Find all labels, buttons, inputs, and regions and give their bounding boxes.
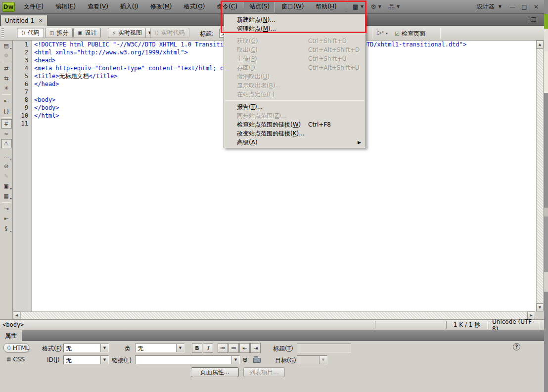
target-label: 目标(G) xyxy=(275,356,296,365)
bold-button[interactable]: B xyxy=(192,343,202,353)
line-number: 3 xyxy=(13,56,31,64)
tab-close-icon[interactable]: × xyxy=(38,17,43,24)
code-view-icon: ⟨⟩ xyxy=(21,30,25,36)
menu-item-reports[interactable]: 报告(T)... xyxy=(224,102,365,111)
code-view-button[interactable]: ⟨⟩ 代码 xyxy=(17,28,44,38)
title-field-label: 标题: xyxy=(200,30,214,38)
highlight-invalid-code-icon[interactable]: ≈ xyxy=(1,129,12,138)
menubar-item-view[interactable]: 查看(V) xyxy=(82,1,114,12)
remove-comment-icon[interactable]: ⊘ xyxy=(1,162,12,171)
line-number: 6 xyxy=(13,80,31,88)
tag-selector-body[interactable]: <body> xyxy=(2,321,24,328)
toolbar-grip-handle[interactable] xyxy=(1,28,4,38)
italic-button[interactable]: I xyxy=(203,343,213,353)
unordered-list-icon[interactable]: ≔ xyxy=(218,343,228,353)
horizontal-scrollbar[interactable] xyxy=(20,311,527,319)
menu-item-new-site[interactable]: 新建站点(N)... xyxy=(224,15,365,24)
line-numbers-icon[interactable]: # xyxy=(1,119,12,129)
cascade-windows-icon[interactable] xyxy=(524,16,537,24)
menu-item-check-links-sitewide[interactable]: 检查站点范围的链接(W)Ctrl+F8 xyxy=(224,120,365,129)
preview-in-browser-icon[interactable]: ▷° ▾ xyxy=(377,29,388,36)
document-size-status: 1 K / 1 秒 xyxy=(446,321,488,329)
menubar-item-window[interactable]: 窗口(W) xyxy=(276,1,309,12)
ordered-list-icon[interactable]: ≕ xyxy=(228,343,239,353)
chevron-down-icon[interactable]: ▼ xyxy=(100,344,108,352)
html-properties-button[interactable]: ⟨⟩ HTML xyxy=(3,343,29,352)
restore-button[interactable]: □ xyxy=(519,3,529,10)
chevron-down-icon[interactable]: ▼ xyxy=(231,356,239,364)
open-documents-icon[interactable]: ▤▾ xyxy=(1,41,12,50)
scroll-down-icon[interactable]: ▼ xyxy=(536,304,544,311)
css-properties-button[interactable]: ▦ CSS xyxy=(3,354,29,364)
outdent-icon[interactable]: ⇤ xyxy=(239,343,250,353)
properties-tab[interactable]: 属性 xyxy=(0,330,22,341)
select-parent-tag-icon[interactable]: ⇤ xyxy=(1,96,12,106)
line-number: 7 xyxy=(13,88,31,96)
menubar-item-edit[interactable]: 编辑(E) xyxy=(50,1,81,12)
syntax-error-alerts-icon[interactable]: ⚠ xyxy=(1,139,12,148)
design-view-icon: ▣ xyxy=(78,30,82,36)
link-combobox[interactable]: ▼ xyxy=(135,355,240,364)
check-page-label: 检查页面 xyxy=(402,30,425,38)
document-tab[interactable]: Untitled-1 × xyxy=(0,15,47,26)
class-select[interactable]: 无 ▼ xyxy=(135,344,184,352)
close-button[interactable]: ✕ xyxy=(531,3,541,10)
indent-icon[interactable]: ⇥ xyxy=(250,343,261,353)
point-to-file-icon[interactable]: ⊕ xyxy=(242,356,248,363)
chevron-down-icon[interactable]: ▼ xyxy=(176,344,184,352)
extensions-gear-icon[interactable]: ⚙▼ xyxy=(370,3,381,10)
collapse-full-tag-icon[interactable]: ⇄ xyxy=(1,64,12,73)
scroll-up-icon[interactable]: ▲ xyxy=(536,41,544,48)
collapsed-panel-strip[interactable] xyxy=(544,0,548,392)
format-value: 无 xyxy=(64,344,100,352)
line-number: 8 xyxy=(13,96,31,104)
vertical-scrollbar[interactable] xyxy=(536,48,544,304)
line-number: 1 xyxy=(13,41,31,48)
wrap-tag-icon: ✎ xyxy=(1,172,12,181)
menu-item-advanced[interactable]: 高级(A)▶ xyxy=(224,138,365,147)
expand-all-icon[interactable]: ✳ xyxy=(1,84,12,93)
line-number: 2 xyxy=(13,48,31,56)
collapse-selection-icon[interactable]: ⇆ xyxy=(1,74,12,83)
chevron-down-icon[interactable]: ▼ xyxy=(100,356,108,364)
check-page-button[interactable]: ☑ 检查页面 xyxy=(395,30,425,38)
apply-comment-icon[interactable]: …▾ xyxy=(1,152,12,161)
split-view-button[interactable]: ◫ 拆分 xyxy=(45,28,73,38)
menu-item-change-links-sitewide[interactable]: 改变站点范围的链接(K)... xyxy=(224,129,365,138)
indent-code-icon[interactable]: ⇥ xyxy=(1,204,12,214)
menu-item-show-checked-out-by: 显示取出者(B)... xyxy=(224,81,365,90)
format-select[interactable]: 无 ▼ xyxy=(63,344,109,352)
browse-folder-icon[interactable] xyxy=(253,358,261,363)
site-manage-icon[interactable]: 品▼ xyxy=(388,2,400,11)
menubar-item-help[interactable]: 帮助(H) xyxy=(310,1,342,12)
scroll-left-icon[interactable]: ◀ xyxy=(13,311,20,319)
move-convert-css-icon[interactable]: ▦▾ xyxy=(1,191,12,201)
format-source-code-icon[interactable]: §▾ xyxy=(1,224,12,233)
menu-item-synchronize-sitewide: 同步站点范围(Z)... xyxy=(224,111,365,120)
layout-switcher-icon[interactable]: ▦▼ xyxy=(353,3,364,10)
id-select[interactable]: 无 ▼ xyxy=(63,355,109,364)
recent-snippets-icon[interactable]: ▣▾ xyxy=(1,181,12,191)
menubar-item-commands[interactable]: 命令(C) xyxy=(211,1,243,12)
appbar-icons: ▦▼⚙▼品▼ xyxy=(349,2,403,11)
menubar-item-format[interactable]: 格式(O) xyxy=(179,1,211,12)
menubar-item-file[interactable]: 文件(F) xyxy=(18,1,49,12)
minimize-button[interactable]: — xyxy=(507,3,517,10)
toolbar-divider xyxy=(372,28,372,39)
page-properties-button[interactable]: 页面属性... xyxy=(191,367,239,377)
title-attr-value xyxy=(297,344,351,352)
menubar-item-insert[interactable]: 插入(I) xyxy=(115,1,144,12)
line-number: 4 xyxy=(13,64,31,72)
workspace-switcher[interactable]: 设计器 ▼ xyxy=(477,2,506,11)
outdent-code-icon[interactable]: ⇤ xyxy=(1,214,12,223)
menubar-item-modify[interactable]: 修改(M) xyxy=(145,1,178,12)
balance-braces-icon[interactable]: {} xyxy=(1,106,12,116)
help-icon[interactable]: ? xyxy=(513,343,520,350)
line-number: 9 xyxy=(13,104,31,112)
application-menubar: Dw 文件(F)编辑(E)查看(V)插入(I)修改(M)格式(O)命令(C)站点… xyxy=(0,0,548,14)
menubar-item-site[interactable]: 站点(S) xyxy=(244,1,275,12)
menu-separator xyxy=(225,100,365,101)
live-view-button[interactable]: ⚡ 实时视图 ▼ xyxy=(108,28,156,38)
menu-item-manage-sites[interactable]: 管理站点(M)... xyxy=(224,24,365,33)
design-view-button[interactable]: ▣ 设计 xyxy=(73,28,101,38)
